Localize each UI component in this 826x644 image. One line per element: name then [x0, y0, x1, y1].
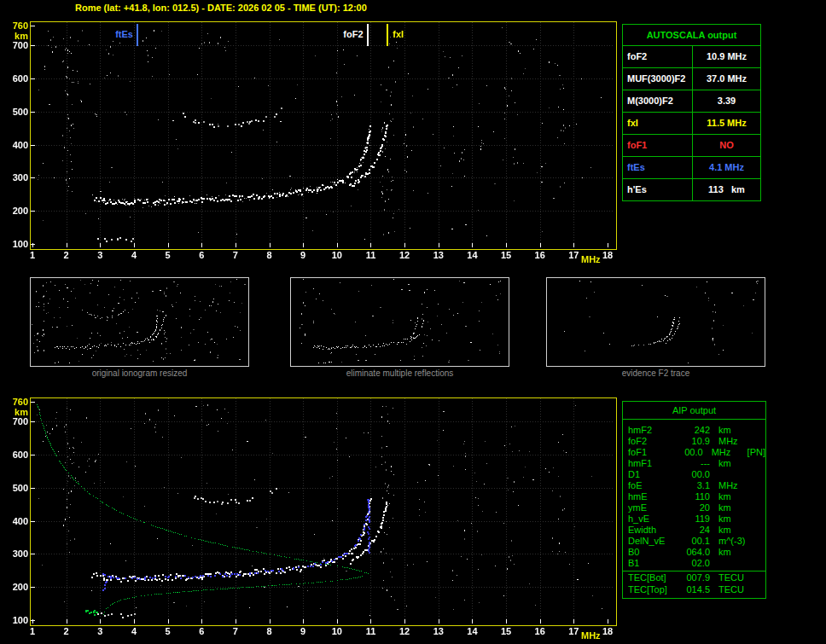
aip-note	[758, 558, 765, 569]
aip-note: [PN]	[747, 447, 765, 458]
main-y-tick-label: 700	[2, 40, 28, 50]
bottom-x-tick-label: 4	[131, 626, 137, 636]
autoscala-value: 113 km	[693, 179, 760, 200]
aip-unit: TECU	[710, 584, 758, 595]
aip-param: foF1	[623, 447, 675, 458]
aip-value: 00.0	[679, 469, 710, 480]
main-y-tick-label: 760	[2, 20, 28, 31]
aip-row: h_vE119km	[623, 513, 765, 525]
aip-value: 00.0	[675, 447, 703, 458]
main-y-tick-label: 600	[2, 73, 28, 84]
thumbnail-evidence-f2	[546, 277, 765, 367]
main-x-tick-label: 4	[131, 250, 137, 260]
main-y-tick-label: 400	[2, 140, 28, 150]
main-y-tick-label: 200	[2, 206, 28, 216]
bottom-y-tick-label: 760	[2, 397, 28, 407]
autoscala-param: h'Es	[623, 179, 693, 200]
aip-row: DelN_vE00.1m^(-3)	[623, 536, 765, 547]
bottom-x-tick-label: 13	[433, 626, 444, 636]
bottom-x-tick-label: 15	[501, 626, 511, 636]
autoscala-param: MUF(3000)F2	[623, 68, 693, 90]
thumbnail-eliminate-multiples	[290, 277, 509, 367]
autoscala-param: fxI	[623, 113, 693, 134]
main-y-tick-label: 500	[2, 107, 28, 117]
bottom-y-tick-label: 400	[2, 516, 28, 526]
aip-row: foF210.9MHz	[623, 436, 765, 447]
profile-ionogram-canvas	[31, 398, 614, 624]
aip-param: h_vE	[623, 513, 679, 525]
aip-row: B0064.0km	[623, 547, 765, 558]
main-x-tick-label: 7	[233, 250, 238, 260]
aip-row: hmE110km	[623, 491, 765, 502]
aip-note	[758, 502, 765, 513]
main-x-tick-label: 3	[97, 250, 102, 260]
bottom-y-tick-label: 700	[2, 416, 28, 426]
aip-output-title: AIP output	[623, 402, 765, 420]
aip-unit: km	[710, 491, 758, 502]
aip-unit	[710, 469, 758, 480]
bottom-x-tick-label: 11	[366, 626, 376, 636]
aip-unit: m^(-3)	[710, 536, 758, 547]
main-y-tick-label: 300	[2, 172, 28, 183]
bottom-x-tick-label: 16	[535, 626, 545, 636]
bottom-x-tick-label: 8	[266, 626, 271, 636]
bottom-x-tick-label: 3	[97, 626, 102, 636]
thumbnail-evidence-canvas	[547, 278, 763, 364]
aip-note	[758, 525, 765, 536]
main-y-axis-unit: km	[2, 31, 28, 41]
profile-ionogram-plot	[30, 397, 617, 626]
thumbnail-caption-original: original ionogram resized	[30, 368, 249, 378]
autoscala-value: NO	[693, 135, 760, 156]
aip-param: B0	[623, 547, 679, 558]
main-x-tick-label: 12	[399, 250, 410, 260]
autoscala-param: M(3000)F2	[623, 90, 693, 112]
aip-note	[758, 547, 765, 558]
autoscala-output-rows: foF210.9 MHzMUF(3000)F237.0 MHzM(3000)F2…	[623, 46, 760, 200]
main-x-axis-unit: MHz	[581, 254, 601, 264]
bottom-x-tick-label: 18	[602, 626, 613, 636]
aip-note	[758, 480, 765, 491]
main-x-tick-label: 11	[366, 250, 376, 260]
bottom-x-tick-label: 10	[332, 626, 342, 636]
aip-note	[758, 436, 765, 447]
aip-value: 10.9	[679, 436, 710, 447]
autoscala-row: h'Es113 km	[623, 179, 760, 200]
aip-row: Ewidth24km	[623, 525, 765, 536]
autoscala-value: 10.9 MHz	[693, 46, 760, 67]
autoscala-value: 3.39	[693, 90, 760, 112]
aip-param: D1	[623, 469, 679, 480]
main-x-tick-label: 9	[300, 250, 305, 260]
bottom-x-tick-label: 12	[399, 626, 410, 636]
aip-row: foE3.1MHz	[623, 480, 765, 491]
aip-note	[758, 536, 765, 547]
main-x-tick-label: 18	[602, 250, 613, 260]
aip-value: ---	[679, 458, 710, 469]
autoscala-row: ftEs4.1 MHz	[623, 157, 760, 179]
aip-row: TEC[Bot]007.9TECU	[623, 571, 765, 584]
aip-value: 24	[679, 525, 710, 536]
aip-param: B1	[623, 558, 679, 569]
main-x-tick-label: 13	[433, 250, 444, 260]
aip-note	[758, 469, 765, 480]
aip-value: 119	[679, 513, 710, 525]
aip-param: foE	[623, 480, 679, 491]
thumbnail-caption-evidence: evidence F2 trace	[546, 368, 765, 378]
main-x-tick-label: 10	[332, 250, 342, 260]
autoscala-row: MUF(3000)F237.0 MHz	[623, 68, 760, 90]
bottom-x-tick-label: 1	[30, 626, 35, 636]
aip-param: TEC[Top]	[623, 584, 679, 595]
aip-param: hmF1	[623, 458, 679, 469]
aip-value: 007.9	[679, 572, 710, 584]
bottom-y-axis-unit: km	[2, 407, 28, 417]
bottom-x-tick-label: 2	[64, 626, 69, 636]
aip-unit: km	[710, 525, 758, 536]
aip-row: D100.0	[623, 469, 765, 480]
aip-unit: km	[710, 458, 758, 469]
autoscala-app-window: Rome (lat: +41.8, lon: 012.5) - DATE: 20…	[0, 0, 826, 644]
aip-row: hmF2242km	[623, 425, 765, 436]
main-x-tick-label: 6	[199, 250, 204, 260]
main-x-tick-label: 8	[266, 250, 271, 260]
bottom-x-tick-label: 6	[199, 626, 204, 636]
thumbnail-eliminate-canvas	[291, 278, 507, 364]
autoscala-param: foF2	[623, 46, 693, 67]
